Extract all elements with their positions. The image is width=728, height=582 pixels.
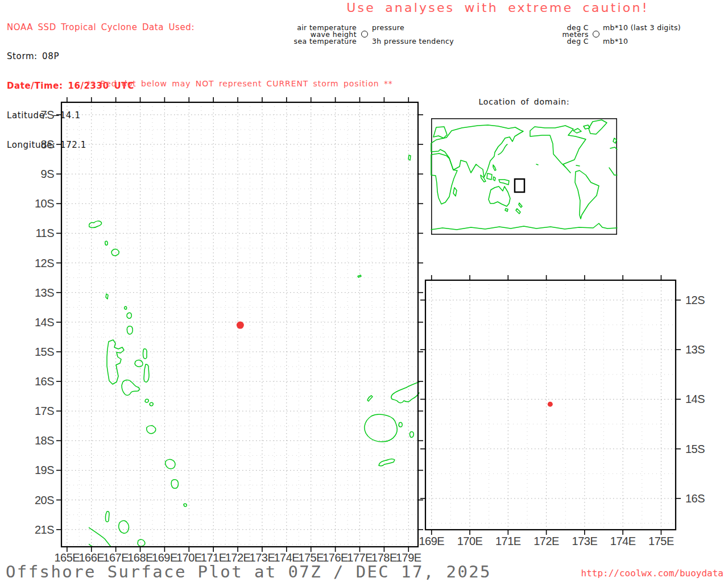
coastline [61,526,93,547]
source-url[interactable]: http://coolwx.com/buoydata [581,568,723,579]
coastline [575,171,599,219]
coastline [493,177,495,181]
tendency-label: 3h pressure tendency [372,37,454,45]
coastline [122,380,139,396]
coastline [150,402,153,406]
storm-data-source: NOAA SSD Tropical Cyclone Data Used: [7,23,195,32]
buoy-plot-page: NOAA SSD Tropical Cyclone Data Used: Sto… [0,0,728,582]
zoom-map-plot: 169E170E171E172E173E174E175E12S13S14S15S… [420,273,728,562]
coastline [536,164,538,165]
domain-location-rect [515,179,524,192]
coastline [127,313,131,318]
coastline [498,144,507,155]
coastline [505,209,508,211]
main-map-plot: 165E166E167E168E169E170E171E172E173E174E… [34,97,427,571]
coastline [399,422,402,427]
coastline [138,539,145,546]
y-tick-label: 15S [35,346,54,358]
storm-position-dot [237,322,244,329]
y-tick-label: 12S [685,294,705,306]
world-inset-title: Location of domain: [431,97,617,106]
y-tick-label: 7S [41,109,55,121]
x-tick-label: 172E [533,535,559,547]
y-tick-label: 16S [685,492,705,505]
station-circle-icon [593,31,599,38]
coastline [61,509,111,547]
y-tick-label: 16S [35,375,54,388]
world-map-inset [431,118,617,235]
coastline [106,294,108,299]
coastline [125,306,127,309]
coastline [613,138,617,143]
coastline [166,459,175,468]
coastline [493,165,496,171]
coastline [609,168,617,175]
coastline [433,127,447,138]
coastline [487,173,492,180]
coastline [589,120,607,134]
coastline [358,275,361,277]
station-legend-labels: air temperature pressure wave height sea… [284,24,454,44]
y-tick-label: 10S [35,197,54,210]
coastline [453,188,457,196]
y-tick-label: 14S [685,393,705,405]
coastline [107,340,124,384]
storm-position-dot [548,402,553,407]
x-tick-label: 171E [495,535,521,547]
world-coastlines [431,120,617,230]
coastline [147,426,156,434]
degc-bottom-label: deg C [560,37,589,45]
coastline [111,249,119,256]
mb10-label: mb*10 [603,37,628,45]
zoom-map-plot-axis-labels: 169E170E171E172E173E174E175E12S13S14S15S… [419,294,705,547]
coastline [610,147,617,149]
storm-position-warning: ** Red dot below may NOT represent CURRE… [61,79,418,88]
y-tick-label: 18S [35,434,54,447]
y-tick-label: 11S [35,227,54,239]
coastline [144,364,149,382]
plot-title: Offshore Surface Plot at 07Z / DEC 17, 2… [6,562,491,581]
coastline [516,209,520,214]
coastline [135,360,143,367]
x-tick-label: 173E [572,535,598,547]
coastline [171,480,178,489]
y-tick-label: 14S [35,316,54,329]
caution-banner: Use analyses with extreme caution! [317,1,678,15]
coastline [105,241,107,245]
main-map-coastlines [61,155,419,547]
x-tick-label: 169E [419,535,444,547]
coastline [184,504,187,506]
station-legend-units: deg C mb*10 (last 3 digits) meters deg C… [560,24,681,44]
coastline [119,521,129,533]
world-map-border [432,119,617,234]
y-tick-label: 15S [685,443,705,455]
y-tick-label: 13S [685,343,705,356]
coastline [519,203,522,207]
y-tick-label: 12S [35,257,54,269]
coastline [410,431,413,437]
y-tick-label: 8S [41,138,55,151]
pressure-label: pressure [372,23,404,32]
storm-id: Storm: 08P [7,52,195,61]
y-tick-label: 21S [35,523,54,536]
station-circle-cell [357,31,372,38]
x-tick-label: 174E [610,535,636,547]
main-map-plot-axis-labels: 165E166E167E168E169E170E171E172E173E174E… [35,109,421,564]
coastline [127,326,133,334]
sea-temp-label: sea temperature [284,37,357,45]
coastline [431,223,617,230]
coastline [89,221,102,228]
coastline [489,186,510,206]
mb10-digits-label: mb*10 (last 3 digits) [603,23,681,32]
y-tick-label: 17S [35,405,54,417]
legend-row-bottom: sea temperature 3h pressure tendency [284,38,454,44]
coastline [499,180,509,185]
coastline [431,125,523,177]
coastline [365,414,397,442]
coastline [145,399,148,402]
y-tick-label: 19S [35,464,54,476]
coastline [573,128,581,133]
y-tick-label: 20S [35,494,54,506]
station-circle-icon [361,31,368,38]
coastline [408,155,411,160]
